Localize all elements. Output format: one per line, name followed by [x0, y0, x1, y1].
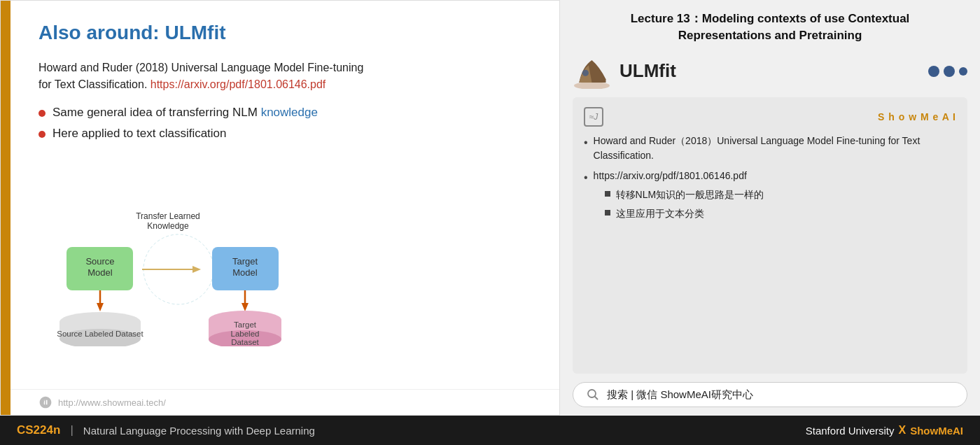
bullet-2-text: Here applied to text classification [52, 127, 227, 141]
showmeai-brand: ShowMeAI [910, 425, 963, 437]
svg-point-1 [582, 69, 589, 76]
svg-point-0 [574, 82, 610, 89]
bullet-1-highlight: knowledge [261, 106, 318, 119]
tgt-dataset-label2: Labeled [231, 330, 260, 338]
footer-url: http://www.showmeai.tech/ [58, 397, 166, 408]
note-content-1: Howard and Ruder（2018）Universal Language… [594, 134, 956, 163]
slide-bullets: Same general idea of transferring NLM kn… [38, 106, 531, 148]
citation-line1: Howard and Ruder (2018) Universal Langua… [38, 62, 363, 73]
lecture-title: Lecture 13：Modeling contexts of use Cont… [573, 10, 967, 44]
diagram-area: Transfer Learned Knowledge Source Model [38, 170, 531, 375]
transfer-diagram: Transfer Learned Knowledge Source Model [38, 199, 531, 346]
bottom-subtitle: Natural Language Processing with Deep Le… [83, 425, 315, 437]
transfer-label: Transfer Learned [136, 211, 200, 221]
bullet-1-text: Same general idea of transferring NLM kn… [52, 106, 318, 120]
citation-line2-prefix: for Text Classification. [38, 78, 150, 90]
search-text: 搜索 | 微信 ShowMeAI研究中心 [607, 388, 753, 402]
three-dots [928, 66, 967, 77]
notes-list: • Howard and Ruder（2018）Universal Langua… [584, 134, 956, 225]
subnote-text-2: 这里应用于文本分类 [616, 206, 704, 221]
bullet-2: Here applied to text classification [38, 127, 531, 141]
notes-card: ≈J S h o w M e A I • Howard and Ruder（20… [573, 97, 967, 374]
tgt-dataset-label3: Dataset [231, 338, 259, 346]
notes-icon-text: ≈J [589, 112, 598, 122]
target-model-label2: Model [232, 267, 258, 278]
slide-footer: http://www.showmeai.tech/ [1, 389, 559, 415]
notes-icon: ≈J [584, 107, 603, 127]
note-item-2: • https://arxiv.org/pdf/1801.06146.pdf 转… [584, 169, 956, 225]
bullet-dot-1 [38, 110, 46, 117]
dot3 [959, 67, 967, 76]
citation-url: https://arxiv.org/pdf/1801.06146.pdf [150, 78, 326, 90]
note-text-1: Howard and Ruder（2018）Universal Language… [594, 135, 920, 161]
note-item-1: • Howard and Ruder（2018）Universal Langua… [584, 134, 956, 163]
subnote-2: 这里应用于文本分类 [605, 206, 764, 221]
diagram-svg: Transfer Learned Knowledge Source Model [38, 199, 374, 346]
right-panel: Lecture 13：Modeling contexts of use Cont… [560, 0, 980, 416]
bullet-1: Same general idea of transferring NLM kn… [38, 106, 531, 120]
arrow-head [192, 266, 201, 273]
src-dataset-label: Source Labeled Dataset [57, 330, 144, 338]
bullet-dot-2 [38, 131, 46, 138]
footer-icon [38, 395, 52, 409]
search-svg [587, 388, 599, 401]
stanford-text: Stanford University [806, 425, 895, 437]
src-down-arrow [97, 303, 104, 311]
svg-point-2 [588, 390, 596, 397]
source-model-label2: Model [88, 267, 113, 278]
slide-accent-bar [1, 1, 10, 415]
subnote-1: 转移NLM知识的一般思路是一样的 [605, 188, 764, 202]
slide-title: Also around: ULMfit [38, 22, 531, 44]
ulmfit-title: ULMfit [620, 60, 676, 82]
square-bullet-1 [605, 191, 610, 197]
target-model-label: Target [232, 256, 258, 267]
slide-panel: Also around: ULMfit Howard and Ruder (20… [0, 0, 560, 416]
tgt-down-arrow [241, 303, 248, 311]
showmeai-label: S h o w M e A I [878, 111, 956, 122]
tgt-dataset-label1: Target [234, 320, 257, 329]
bottom-bar: CS224n | Natural Language Processing wit… [0, 416, 980, 445]
ulmfit-logo [573, 54, 611, 89]
dot1 [928, 66, 939, 77]
note-bullet-1: • [584, 134, 588, 151]
separator: | [70, 423, 73, 437]
notes-card-header: ≈J S h o w M e A I [584, 107, 956, 127]
bottom-right: Stanford University X ShowMeAI [806, 424, 963, 437]
note-content-2: https://arxiv.org/pdf/1801.06146.pdf 转移N… [594, 169, 764, 225]
square-bullet-2 [605, 210, 610, 216]
note-bullet-2: • [584, 169, 588, 186]
slide-citation: Howard and Ruder (2018) Universal Langua… [38, 59, 531, 93]
bottom-left: CS224n | Natural Language Processing wit… [17, 423, 315, 437]
source-model-label: Source [85, 256, 114, 267]
transfer-label2: Knowledge [147, 221, 189, 231]
dot2 [944, 66, 955, 77]
x-mark: X [898, 424, 906, 437]
search-icon [586, 388, 600, 402]
note-text-2: https://arxiv.org/pdf/1801.06146.pdf [594, 170, 747, 181]
svg-line-3 [595, 397, 598, 400]
course-code: CS224n [17, 423, 60, 437]
search-bar[interactable]: 搜索 | 微信 ShowMeAI研究中心 [573, 382, 967, 407]
lecture-title-text: Lecture 13：Modeling contexts of use Cont… [631, 12, 910, 42]
subnote-text-1: 转移NLM知识的一般思路是一样的 [616, 188, 764, 202]
ulmfit-header: ULMfit [573, 54, 967, 89]
notes-sublist: 转移NLM知识的一般思路是一样的 这里应用于文本分类 [605, 188, 764, 221]
